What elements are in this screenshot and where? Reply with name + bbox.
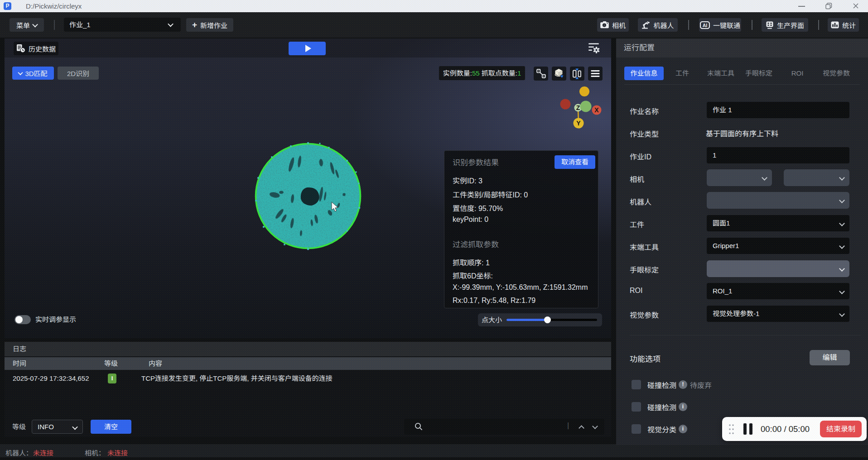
svg-text:AI: AI bbox=[703, 22, 708, 28]
svg-text:Y: Y bbox=[576, 120, 581, 127]
svg-text:Z: Z bbox=[576, 104, 580, 111]
svg-text:X: X bbox=[594, 106, 599, 114]
